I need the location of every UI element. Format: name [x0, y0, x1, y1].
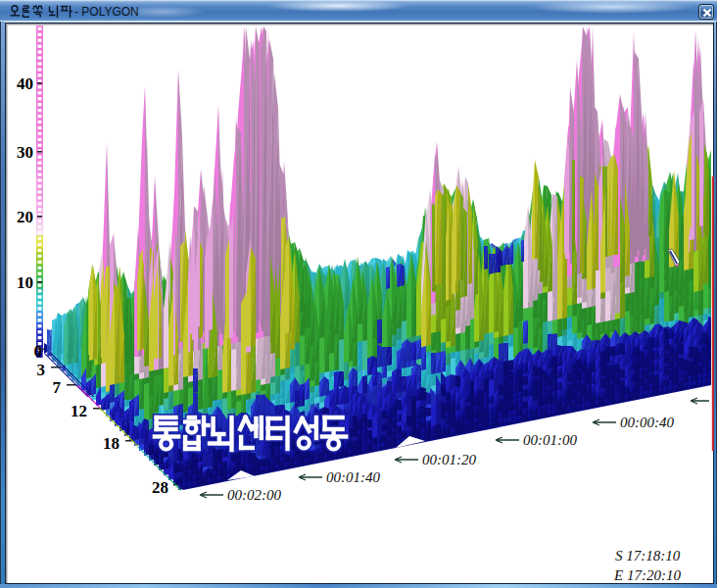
svg-text:10: 10 — [17, 273, 33, 292]
svg-text:00:01:20: 00:01:20 — [422, 452, 476, 467]
svg-text:E 17:20:10: E 17:20:10 — [613, 567, 681, 583]
svg-text:00:01:40: 00:01:40 — [326, 469, 380, 485]
svg-text:S 17:18:10: S 17:18:10 — [615, 548, 681, 564]
svg-text:00:01:00: 00:01:00 — [523, 432, 577, 448]
svg-text:00:02:00: 00:02:00 — [227, 487, 281, 503]
svg-text:30: 30 — [17, 143, 33, 162]
svg-text:- POLYGON: - POLYGON — [74, 5, 139, 19]
svg-text:40: 40 — [17, 74, 33, 93]
svg-text:0: 0 — [34, 342, 43, 361]
svg-text:18: 18 — [103, 434, 120, 453]
svg-text:28: 28 — [152, 478, 168, 497]
svg-text:12: 12 — [71, 402, 87, 420]
svg-text:00:00:40: 00:00:40 — [620, 415, 674, 430]
svg-text:7: 7 — [53, 378, 62, 397]
svg-text:3: 3 — [37, 361, 46, 379]
svg-text:20: 20 — [17, 208, 33, 226]
